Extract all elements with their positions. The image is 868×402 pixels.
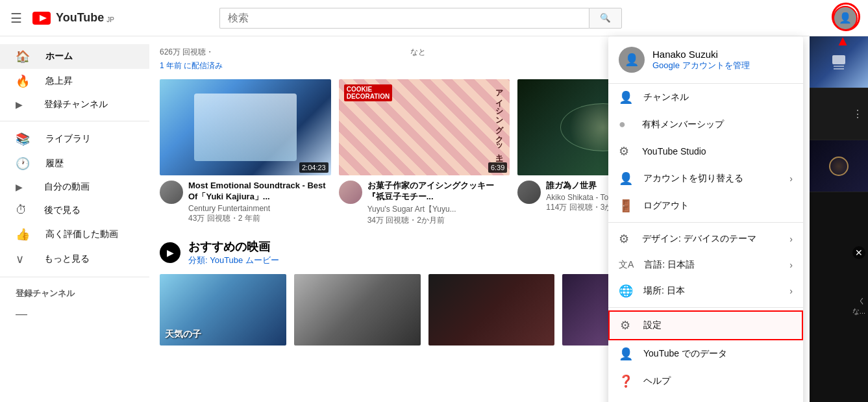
liked-icon: 👍 [16,227,30,242]
channel-avatar-3 [517,181,541,204]
home-icon: 🏠 [16,49,30,64]
dropdown-item-language[interactable]: 文A 言語: 日本語 › [608,253,803,277]
dropdown-item-help[interactable]: ❓ ヘルプ [608,368,803,395]
logout-icon: 🚪 [619,199,633,213]
sidebar-subscribed-channel-dash[interactable]: — [0,302,149,326]
sidebar-item-label: 後で見る [44,205,81,216]
arrow-right-icon-theme: › [789,234,793,244]
studio-gear-icon: ⚙ [619,144,632,158]
dropdown-item-label-language: 言語: 日本語 [644,259,695,271]
divider-1 [0,121,149,121]
sidebar-item-label: 高く評価した動画 [45,229,118,240]
my-videos-icon: ▶ [16,182,29,192]
video-channel-1: Century Funtertainment [188,204,331,213]
hamburger-menu-icon[interactable]: ☰ [10,10,22,26]
dropdown-item-label-logout: ログアウト [643,200,689,212]
sidebar-item-label: もっと見る [44,253,90,265]
youtube-logo-icon [32,12,51,25]
channel-avatar-1 [160,181,183,204]
sidebar-item-more[interactable]: ∨ もっと見る [0,247,149,271]
channel-avatar-2 [339,181,362,204]
channel-dash-icon: — [16,307,29,321]
video-thumb-2: COOKIEDECORATION アイシングクッキー 6:39 [339,79,510,175]
sidebar: 🏠 ホーム 🔥 急上昇 ▶ 登録チャンネル 📚 ライブラリ 🕐 履歴 ▶ 自分の… [0,36,149,402]
theme-icon: ⚙ [619,232,632,246]
video-meta-2: お菓子作家のアイシングクッキー 『祇豆子モチー... Yuyu's Sugar … [367,181,510,226]
sidebar-item-label: ライブラリ [45,133,91,145]
arrow-right-icon-switch: › [789,173,793,184]
video-duration-1: 2:04:23 [299,162,329,173]
movie-thumb-1: 天気の子 [160,274,286,345]
subscribed-channels-title: 登録チャンネル [0,283,149,302]
avatar-highlight-box [832,3,860,31]
arrow-right-icon-location: › [789,286,793,296]
dropdown-item-logout[interactable]: 🚪 ログアウト [608,192,803,220]
dropdown-item-location[interactable]: 🌐 場所: 日本 › [608,277,803,305]
dropdown-item-data[interactable]: 👤 YouTube でのデータ [608,340,803,368]
right-panel-close-button[interactable]: ✕ [852,246,865,259]
watch-later-icon: ⏱ [16,203,29,217]
sidebar-item-trending[interactable]: 🔥 急上昇 [0,69,149,94]
dropdown-item-label-switch: アカウントを切り替える [643,173,743,184]
membership-icon: ● [619,118,632,131]
sidebar-item-my-videos[interactable]: ▶ 自分の動画 [0,176,149,198]
dropdown-item-settings[interactable]: ⚙ 設定 [608,310,803,340]
dropdown-avatar-icon: 👤 [625,53,639,67]
dropdown-divider-1 [608,222,803,223]
video-title-1: Most Emotional Soundtrack - Best Of「Yuki… [188,181,331,203]
sidebar-item-home[interactable]: 🏠 ホーム [0,44,149,69]
video-info-2: お菓子作家のアイシングクッキー 『祇豆子モチー... Yuyu's Sugar … [339,181,510,226]
sidebar-item-history[interactable]: 🕐 履歴 [0,151,149,176]
movie-title-overlay-1: 天気の子 [165,329,201,340]
movie-section-subtitle: 分類: YouTube ムービー [188,255,279,266]
sidebar-item-library[interactable]: 📚 ライブラリ [0,127,149,151]
sidebar-item-watch-later[interactable]: ⏱ 後で見る [0,198,149,222]
sidebar-item-subscriptions[interactable]: ▶ 登録チャンネル [0,94,149,116]
dropdown-item-label-help: ヘルプ [643,375,671,387]
dropdown-item-studio[interactable]: ⚙ YouTube Studio [608,138,803,165]
sidebar-item-label: ホーム [45,51,73,62]
history-icon: 🕐 [16,157,30,171]
dropdown-item-label-membership: 有料メンバーシップ [642,119,724,131]
sidebar-item-label: 登録チャンネル [44,99,108,110]
video-info-1: Most Emotional Soundtrack - Best Of「Yuki… [160,181,331,224]
dropdown-avatar: 👤 [619,47,645,73]
movie-card-3[interactable] [428,274,555,345]
sidebar-item-label: 自分の動画 [44,181,90,193]
sidebar-item-label: 履歴 [45,158,64,170]
dropdown-item-label-theme: デザイン: デバイスのテーマ [642,233,756,245]
dropdown-item-feedback[interactable]: ⚠ フィードバックの送信 [608,395,803,402]
logo[interactable]: YouTube JP [32,11,114,25]
dropdown-item-label-location: 場所: 日本 [643,285,685,297]
arrow-annotation: ▲ [836,32,850,49]
dropdown-item-label-channel: チャンネル [643,92,689,103]
right-panel-item-3 [810,140,868,192]
movie-section-title: おすすめの映画 [188,239,279,255]
dropdown-manage-account[interactable]: Google アカウントを管理 [652,60,750,71]
fire-icon: 🔥 [16,74,30,88]
movie-card-2[interactable] [294,274,421,345]
data-icon: 👤 [619,347,633,361]
video-card-2[interactable]: COOKIEDECORATION アイシングクッキー 6:39 お菓子作家のアイ… [339,79,510,226]
dropdown-item-channel[interactable]: 👤 チャンネル [608,84,803,111]
dropdown-divider-2 [608,307,803,308]
header: ☰ YouTube JP 🔍 👤 [0,0,868,36]
movie-section-icon: ▶ [160,242,180,263]
logo-jp: JP [106,16,114,23]
dropdown-item-theme[interactable]: ⚙ デザイン: デバイスのテーマ › [608,225,803,253]
video-views-2: 34万 回視聴・2か月前 [367,215,510,226]
sidebar-item-label: 急上昇 [45,75,73,87]
dropdown-item-label-data: YouTube でのデータ [643,348,727,360]
video-views-1: 43万 回視聴・2 年前 [188,213,331,224]
help-icon: ❓ [619,374,633,388]
movie-thumb-2 [294,274,421,345]
sidebar-item-liked[interactable]: 👍 高く評価した動画 [0,222,149,247]
movie-card-1[interactable]: 天気の子 [160,274,286,345]
search-input[interactable] [219,8,589,29]
video-card-1[interactable]: 2:04:23 Most Emotional Soundtrack - Best… [160,79,331,226]
dropdown-user-info: Hanako Suzuki Google アカウントを管理 [652,49,750,71]
dropdown-item-switch[interactable]: 👤 アカウントを切り替える › [608,165,803,192]
search-button[interactable]: 🔍 [589,8,622,29]
dots-icon[interactable]: ⋮ [852,108,863,120]
dropdown-item-membership[interactable]: ● 有料メンバーシップ [608,111,803,138]
